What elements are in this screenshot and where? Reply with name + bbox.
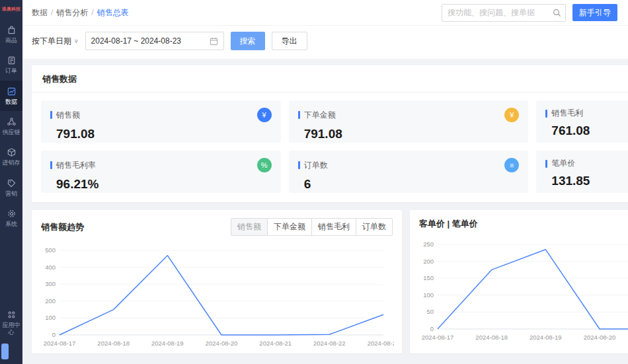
svg-text:400: 400 (45, 264, 56, 271)
svg-text:2024-08-19: 2024-08-19 (151, 340, 184, 347)
svg-text:250: 250 (423, 240, 434, 248)
svg-text:2024-08-17: 2024-08-17 (422, 334, 454, 341)
logo: 珠奥科技 (0, 0, 22, 15)
metric-value: 96.21% (50, 177, 272, 192)
breadcrumb-item[interactable]: 数据 (32, 8, 48, 17)
date-range-value: 2024-08-17 ~ 2024-08-23 (91, 36, 181, 46)
metric-tile: 笔单价131.85 (536, 151, 628, 193)
metric-tile: 销售毛利率%96.21% (41, 151, 281, 193)
svg-text:300: 300 (45, 280, 56, 287)
breadcrumb-separator: / (51, 8, 53, 17)
svg-text:0: 0 (52, 331, 56, 338)
metric-value: 761.08 (545, 124, 628, 138)
metric-value: 6 (298, 177, 520, 192)
price-card-title: 客单价 | 笔单价 (419, 218, 478, 230)
export-button[interactable]: 导出 (272, 32, 307, 50)
metric-value: 131.85 (545, 174, 628, 188)
sidebar-item-label: 订单 (5, 67, 17, 74)
trend-tab-2[interactable]: 下单金额 (267, 218, 312, 236)
sidebar-item-system[interactable]: 系统 (0, 203, 22, 233)
svg-text:2024-08-18: 2024-08-18 (475, 334, 508, 341)
svg-text:50: 50 (426, 308, 434, 315)
inventory-icon (7, 147, 17, 157)
sidebar-item-label: 系统 (5, 221, 17, 227)
svg-text:2024-08-19: 2024-08-19 (530, 334, 562, 341)
trend-tab-4[interactable]: 订单数 (356, 218, 393, 236)
sidebar-nav: 商品订单数据供应链进销存营销系统 (0, 15, 22, 233)
sidebar-item-app-center[interactable]: 应用中心 (0, 304, 22, 342)
metric-tile: 销售额¥791.08 (41, 100, 281, 143)
guide-button[interactable]: 新手引导 (572, 4, 617, 21)
metric-accent-bar (298, 161, 300, 169)
metric-accent-bar (50, 161, 52, 169)
search-button[interactable]: 搜索 (231, 32, 265, 50)
metric-accent-bar (545, 110, 547, 118)
data-icon (7, 87, 17, 96)
metric-accent-bar (50, 111, 52, 119)
breadcrumb-separator: / (91, 8, 93, 17)
trend-tab-1[interactable]: 销售额 (231, 218, 268, 236)
metric-tile: 订单数≡6 (289, 151, 529, 193)
sales-trend-header: 销售额趋势 销售额下单金额销售毛利订单数 (32, 210, 402, 240)
svg-text:2024-08-23: 2024-08-23 (368, 340, 394, 347)
metric-icon: ¥ (504, 108, 519, 122)
metric-icon: % (257, 158, 272, 172)
metric-grid: 销售额¥791.08下单金额¥791.08销售毛利761.08销售毛利率%96.… (32, 92, 628, 202)
topbar-right: 新手引导 (442, 4, 617, 22)
svg-text:500: 500 (45, 246, 56, 254)
breadcrumb: 数据/销售分析/销售总表 (32, 7, 129, 18)
search-input[interactable] (442, 4, 566, 22)
trend-tab-group: 销售额下单金额销售毛利订单数 (231, 218, 393, 236)
date-type-label: 按下单日期 (32, 36, 71, 47)
metric-label: 销售额 (56, 110, 80, 121)
content-area: 销售数据 销售额¥791.08下单金额¥791.08销售毛利761.08销售毛利… (22, 59, 628, 364)
global-search (442, 4, 566, 22)
svg-text:2024-08-21: 2024-08-21 (259, 340, 292, 347)
price-card: 客单价 | 笔单价 0501001502002502024-08-172024-… (410, 210, 628, 353)
app-root: 珠奥科技 商品订单数据供应链进销存营销系统 应用中心 数据/销售分析/销售总表 … (0, 0, 628, 364)
sidebar-item-data[interactable]: 数据 (0, 81, 22, 111)
svg-text:2024-08-17: 2024-08-17 (44, 340, 76, 347)
sidebar-item-inventory[interactable]: 进销存 (0, 141, 22, 172)
search-icon[interactable] (553, 9, 561, 17)
sidebar-item-supply-chain[interactable]: 供应链 (0, 111, 22, 141)
svg-text:2024-08-18: 2024-08-18 (97, 340, 130, 347)
metric-accent-bar (298, 111, 300, 119)
sidebar: 珠奥科技 商品订单数据供应链进销存营销系统 应用中心 (0, 0, 22, 364)
system-icon (7, 209, 17, 219)
sidebar-item-label: 供应链 (3, 129, 20, 135)
sales-data-card: 销售数据 销售额¥791.08下单金额¥791.08销售毛利761.08销售毛利… (32, 65, 628, 202)
date-range-input[interactable]: 2024-08-17 ~ 2024-08-23 (85, 32, 224, 50)
metric-icon: ¥ (257, 108, 272, 122)
breadcrumb-item[interactable]: 销售分析 (56, 8, 88, 17)
sidebar-item-orders[interactable]: 订单 (0, 50, 22, 80)
sidebar-expand-handle[interactable] (1, 344, 9, 359)
chevron-down-icon: ∨ (74, 38, 79, 44)
metric-value: 791.08 (298, 127, 520, 141)
price-chart: 0501001502002502024-08-172024-08-182024-… (414, 238, 628, 344)
top-bar: 数据/销售分析/销售总表 新手引导 (22, 0, 628, 26)
trend-tab-3[interactable]: 销售毛利 (311, 218, 356, 236)
sidebar-item-label: 数据 (5, 98, 17, 105)
sales-trend-chart: 01002003004005002024-08-172024-08-182024… (36, 244, 394, 349)
filter-bar: 按下单日期 ∨ 2024-08-17 ~ 2024-08-23 搜索 导出 (22, 26, 628, 59)
sidebar-item-label: 商品 (5, 37, 17, 44)
metric-label: 订单数 (304, 160, 328, 171)
breadcrumb-item[interactable]: 销售总表 (97, 8, 129, 17)
metric-value: 791.08 (50, 127, 272, 141)
sidebar-item-label: 营销 (5, 190, 17, 197)
svg-text:2024-08-22: 2024-08-22 (313, 340, 346, 347)
metric-label: 销售毛利率 (56, 160, 96, 171)
svg-text:2024-08-20: 2024-08-20 (584, 334, 616, 341)
sales-trend-card: 销售额趋势 销售额下单金额销售毛利订单数 0100200300400500202… (32, 210, 402, 353)
date-type-select[interactable]: 按下单日期 ∨ (32, 36, 79, 47)
metric-label: 销售毛利 (551, 108, 583, 119)
sidebar-item-label: 进销存 (3, 159, 20, 166)
sales-data-card-title: 销售数据 (32, 65, 628, 92)
app-center-icon (7, 310, 17, 320)
sidebar-item-goods[interactable]: 商品 (0, 19, 22, 50)
sidebar-item-marketing[interactable]: 营销 (0, 172, 22, 203)
metric-tile: 销售毛利761.08 (536, 100, 628, 143)
metric-accent-bar (545, 160, 547, 168)
goods-icon (7, 25, 17, 35)
